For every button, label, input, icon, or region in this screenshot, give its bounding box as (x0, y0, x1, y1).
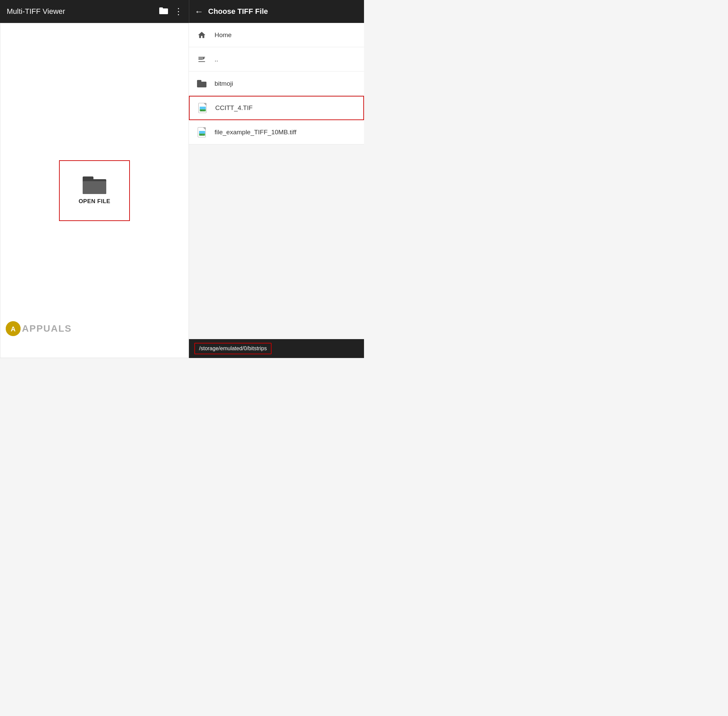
watermark-logo-icon: A (6, 321, 21, 336)
status-bar: /storage/emulated/0/bitstrips (189, 339, 364, 358)
home-icon (196, 31, 208, 39)
current-path: /storage/emulated/0/bitstrips (194, 343, 271, 354)
panel-title: Choose TIFF File (208, 7, 268, 16)
open-file-button[interactable]: OPEN FILE (59, 160, 130, 221)
file-item-bitmoji[interactable]: bitmoji (189, 71, 364, 96)
header-left: Multi-TIFF Viewer ⋮ (0, 6, 189, 17)
file-item-home[interactable]: Home (189, 23, 364, 47)
more-menu-icon[interactable]: ⋮ (174, 6, 182, 17)
svg-rect-1 (159, 8, 163, 9)
file-item-ccitt-label: CCITT_4.TIF (215, 104, 253, 112)
right-panel: Home .. (189, 23, 364, 358)
image-file-icon-example (196, 127, 208, 137)
header: Multi-TIFF Viewer ⋮ ← Choose TIFF File (0, 0, 364, 23)
header-icons: ⋮ (159, 6, 182, 17)
parent-dir-icon (196, 55, 208, 64)
image-file-icon-ccitt (196, 103, 208, 113)
header-right: ← Choose TIFF File (189, 6, 364, 17)
file-item-example-label: file_example_TIFF_10MB.tiff (215, 129, 297, 136)
file-item-parent-label: .. (215, 56, 218, 63)
file-item-ccitt[interactable]: CCITT_4.TIF (189, 96, 364, 120)
back-button[interactable]: ← (195, 6, 203, 17)
open-file-label: OPEN FILE (79, 198, 110, 205)
watermark: A APPUALS (0, 319, 77, 339)
watermark-text: APPUALS (22, 323, 72, 334)
file-item-home-label: Home (215, 31, 232, 39)
svg-text:A: A (11, 325, 15, 333)
file-list: Home .. (189, 23, 364, 339)
file-item-bitmoji-label: bitmoji (215, 80, 233, 87)
app-title: Multi-TIFF Viewer (7, 7, 159, 16)
file-item-example[interactable]: file_example_TIFF_10MB.tiff (189, 120, 364, 144)
file-item-parent[interactable]: .. (189, 47, 364, 71)
folder-icon (196, 80, 208, 87)
folder-icon[interactable] (159, 7, 168, 16)
folder-large-icon (83, 176, 106, 194)
left-panel: OPEN FILE A APPUALS (0, 23, 189, 358)
main-content: OPEN FILE A APPUALS Home (0, 23, 364, 358)
